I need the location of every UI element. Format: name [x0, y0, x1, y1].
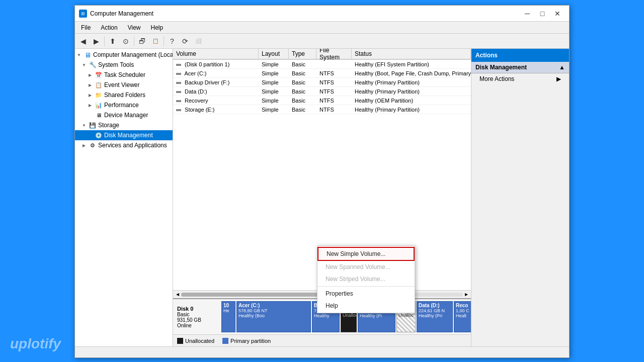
- title-bar: ⊞ Computer Management ─ □ ✕: [75, 6, 569, 22]
- sidebar-label-event-viewer: Event Viewer: [104, 81, 139, 88]
- sidebar-item-device-manager[interactable]: 🖥 Device Manager: [75, 110, 173, 120]
- sidebar-item-task-scheduler[interactable]: ▶ 📅 Task Scheduler: [75, 70, 173, 80]
- cell-volume: Data (D:): [173, 88, 259, 95]
- cell-layout: Simple: [259, 97, 289, 104]
- sidebar-label-storage: Storage: [98, 122, 119, 129]
- table-row[interactable]: Acer (C:) Simple Basic NTFS Healthy (Boo…: [173, 69, 471, 78]
- scroll-right-arrow[interactable]: ▶: [463, 291, 470, 298]
- partition-data[interactable]: Data (D:) 224,61 GB N Healthy (Pri: [417, 301, 453, 332]
- menu-bar: File Action View Help: [75, 22, 569, 34]
- table-row[interactable]: Storage (E:) Simple Basic NTFS Healthy (…: [173, 105, 471, 114]
- help-button[interactable]: ?: [166, 35, 178, 47]
- sidebar-item-services-apps[interactable]: ▶ ⚙ Services and Applications: [75, 140, 173, 150]
- cell-type: Basic: [289, 70, 316, 77]
- legend-primary: Primary partition: [222, 338, 271, 344]
- sidebar-item-storage[interactable]: ▼ 💾 Storage: [75, 120, 173, 130]
- disk-management-section[interactable]: Disk Management ▲: [471, 62, 569, 73]
- sidebar-item-root[interactable]: ▼ 🖥 Computer Management (Local: [75, 50, 173, 60]
- partition-acer-name: Acer (C:): [238, 303, 309, 308]
- sidebar-item-performance[interactable]: ▶ 📊 Performance: [75, 100, 173, 110]
- window-title: Computer Management: [90, 10, 520, 17]
- back-button[interactable]: ◀: [77, 35, 89, 47]
- watermark: uplotify: [10, 336, 61, 352]
- disk-label: Disk 0 Basic 931,50 GB Online: [175, 301, 220, 332]
- ctx-separator: [317, 286, 415, 287]
- icon-disk-management: 💿: [95, 131, 103, 139]
- ctx-properties[interactable]: Properties: [317, 288, 415, 300]
- show-hide-button[interactable]: ⊙: [120, 35, 132, 47]
- maximize-button[interactable]: □: [535, 8, 550, 20]
- scroll-left-arrow[interactable]: ◀: [174, 291, 181, 298]
- cell-layout: Simple: [259, 61, 289, 68]
- ctx-new-simple-volume[interactable]: New Simple Volume...: [317, 247, 415, 261]
- toolbar-separator-2: [134, 36, 134, 46]
- legend-primary-label: Primary partition: [230, 338, 271, 344]
- expand-storage[interactable]: ▼: [81, 122, 87, 128]
- cell-volume: Recovery: [173, 97, 259, 104]
- sidebar-label-shared-folders: Shared Folders: [104, 92, 145, 99]
- col-header-layout[interactable]: Layout: [259, 49, 289, 59]
- menu-file[interactable]: File: [77, 23, 95, 32]
- cell-fs: NTFS: [316, 106, 352, 113]
- ctx-help[interactable]: Help: [317, 300, 415, 312]
- menu-action[interactable]: Action: [97, 23, 121, 32]
- sidebar-item-event-viewer[interactable]: ▶ 📋 Event Viewer: [75, 80, 173, 90]
- expand-shared-folders[interactable]: ▶: [87, 92, 93, 98]
- expand-services-apps[interactable]: ▶: [81, 142, 87, 148]
- sidebar-item-shared-folders[interactable]: ▶ 📁 Shared Folders: [75, 90, 173, 100]
- partition-efi[interactable]: 10 He: [221, 301, 235, 332]
- cell-layout: Simple: [259, 79, 289, 86]
- refresh-button[interactable]: ⟳: [179, 35, 191, 47]
- toolbar: ◀ ▶ ⬆ ⊙ 🗗 📋 ? ⟳ ⬜: [75, 34, 569, 49]
- cell-layout: Simple: [259, 88, 289, 95]
- actions-header: Actions: [471, 49, 569, 62]
- ctx-new-spanned-volume: New Spanned Volume...: [317, 261, 415, 273]
- new-window-button[interactable]: 🗗: [136, 35, 148, 47]
- forward-button[interactable]: ▶: [90, 35, 102, 47]
- sidebar-item-disk-management[interactable]: 💿 Disk Management: [75, 130, 173, 140]
- icon-performance: 📊: [95, 101, 103, 109]
- expand-task-scheduler[interactable]: ▶: [87, 72, 93, 78]
- expand-system-tools[interactable]: ▼: [81, 62, 87, 68]
- partition-acer[interactable]: Acer (C:) 578,80 GB NT Healthy (Boo: [236, 301, 311, 332]
- close-button[interactable]: ✕: [550, 8, 565, 20]
- legend-unallocated: Unallocated: [177, 338, 214, 344]
- sidebar-label-task-scheduler: Task Scheduler: [104, 71, 145, 78]
- properties-button[interactable]: 📋: [149, 35, 162, 47]
- cell-status: Healthy (OEM Partition): [352, 97, 471, 104]
- cell-type: Basic: [289, 88, 316, 95]
- export-button[interactable]: ⬜: [192, 35, 204, 47]
- col-header-type[interactable]: Type: [289, 49, 316, 59]
- disk-status: Online: [177, 323, 218, 328]
- disk-size: 931,50 GB: [177, 317, 218, 323]
- up-button[interactable]: ⬆: [107, 35, 119, 47]
- col-header-volume[interactable]: Volume: [173, 49, 259, 59]
- partition-recovery[interactable]: Reco 1,00 C Healt: [454, 301, 471, 332]
- table-row[interactable]: Recovery Simple Basic NTFS Healthy (OEM …: [173, 96, 471, 105]
- expand-performance[interactable]: ▶: [87, 102, 93, 108]
- legend-primary-box: [222, 338, 228, 344]
- menu-help[interactable]: Help: [147, 23, 168, 32]
- ctx-new-striped-volume: New Striped Volume...: [317, 273, 415, 285]
- cell-fs: NTFS: [316, 88, 352, 95]
- table-row[interactable]: Data (D:) Simple Basic NTFS Healthy (Pri…: [173, 87, 471, 96]
- cell-status: Healthy (EFI System Partition): [352, 61, 471, 68]
- col-header-status[interactable]: Status: [352, 49, 471, 59]
- table-row[interactable]: Backup Driver (F:) Simple Basic NTFS Hea…: [173, 78, 471, 87]
- sidebar-item-system-tools[interactable]: ▼ 🔧 System Tools: [75, 60, 173, 70]
- expand-root[interactable]: ▼: [76, 52, 82, 58]
- menu-view[interactable]: View: [124, 23, 145, 32]
- cell-type: Basic: [289, 61, 316, 68]
- minimize-button[interactable]: ─: [520, 8, 535, 20]
- right-panel: Actions Disk Management ▲ More Actions ▶: [471, 49, 569, 346]
- table-row[interactable]: (Disk 0 partition 1) Simple Basic Health…: [173, 60, 471, 69]
- sidebar: ▼ 🖥 Computer Management (Local ▼ 🔧 Syste…: [75, 49, 173, 346]
- sidebar-label-performance: Performance: [104, 102, 139, 109]
- cell-type: Basic: [289, 97, 316, 104]
- col-header-fs[interactable]: File System: [316, 49, 352, 59]
- more-actions-item[interactable]: More Actions ▶: [471, 73, 569, 84]
- expand-event-viewer[interactable]: ▶: [87, 82, 93, 88]
- cell-type: Basic: [289, 106, 316, 113]
- status-bar: [75, 346, 569, 357]
- table-header: Volume Layout Type File System Status: [173, 49, 471, 60]
